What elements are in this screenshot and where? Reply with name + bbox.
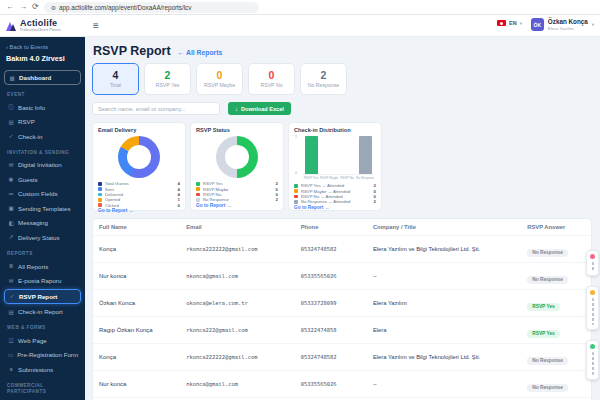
stat-card-rsvp-no[interactable]: 0RSVP No [248, 63, 295, 95]
cell-full-name: Özkan Konca [93, 296, 180, 310]
table-row[interactable]: Nur koncankonca@gmail.com05335565026--No… [93, 262, 591, 289]
sidebar-section-title: Reports [7, 251, 77, 257]
legend-swatch-icon [98, 193, 102, 197]
sidebar-item-all-reports[interactable]: ≣All Reports [4, 260, 81, 273]
stats-row: 4Total2RSVP Yes0RSVP Maybe0RSVP No2No Re… [92, 63, 592, 95]
cell-company: Elera Yazılım ve Bilgi Teknolojileri Ltd… [367, 350, 521, 364]
y-tick: 2 [295, 135, 297, 139]
floating-widget-tab[interactable] [586, 286, 599, 330]
table-row[interactable]: Konçarkonca222222@gmail.com05324748582El… [93, 235, 591, 262]
user-subtitle: Elera Yazılım [548, 26, 588, 31]
reload-icon[interactable]: ⟳ [32, 3, 39, 11]
all-reports-link[interactable]: ← All Reports [178, 49, 223, 56]
back-icon[interactable]: ← [6, 3, 14, 11]
cell-phone: 05333728099 [295, 296, 367, 310]
sidebar-item-rsvp-report[interactable]: ✓RSVP Report [4, 289, 81, 304]
widget-label-text [592, 298, 594, 325]
sidebar-section-title: Invitation & Sending [7, 150, 77, 156]
sidebar-item-custom-fields[interactable]: ≔Custom Fields [4, 187, 81, 200]
floating-widget-tab[interactable] [586, 250, 599, 276]
brand-tagline: Professional Event Planner [20, 29, 61, 32]
stat-card-rsvp-yes[interactable]: 2RSVP Yes [144, 63, 191, 95]
cell-email: okonca@elera.com.tr [180, 296, 295, 310]
chart-report-link[interactable]: Go to Report → [98, 208, 180, 213]
sidebar-item-messaging[interactable]: ◧Messaging [4, 216, 81, 229]
cell-full-name: Nur konca [93, 269, 180, 283]
sidebar-section-title: Web & Forms [7, 325, 77, 331]
user-menu[interactable]: ÖK Özkan Konça Elera Yazılım ▾ [531, 18, 594, 31]
sidebar-item-label: All Reports [18, 263, 48, 270]
table-row[interactable]: Konçarkonca222222@gmail.com05324748582El… [93, 343, 591, 370]
sidebar-item-delivery-status[interactable]: ↗Delivery Status [4, 231, 81, 244]
cell-phone: 05322474858 [295, 323, 367, 337]
table-row[interactable]: Ragıp Özkan Konçarkonca222@gmail.com0532… [93, 316, 591, 343]
legend-swatch-icon [196, 198, 200, 202]
sidebar-item-sending-templates[interactable]: ▣Sending Templates [4, 202, 81, 215]
sidebar-item-label: Check-in Report [18, 308, 63, 315]
sidebar-item-digital-invitation[interactable]: ✉Digital Invitation [4, 158, 81, 171]
sidebar-item-guests[interactable]: ◉Guests [4, 173, 81, 186]
y-tick: 0 [295, 171, 297, 175]
chart-legend: Total Guests4Sent4Delivered4Opened1Click… [98, 181, 180, 208]
sidebar-item-label: RSVP [18, 118, 35, 125]
user-name: Özkan Konça [548, 18, 588, 25]
brand-logo[interactable]: Actiolife Professional Event Planner [0, 15, 85, 37]
legend-swatch-icon [294, 189, 298, 193]
charts-row: Email DeliveryTotal Guests4Sent4Delivere… [92, 122, 592, 211]
sidebar-item-check-in-report[interactable]: ▤Check-in Report [4, 305, 81, 318]
cell-rsvp-answer: RSVP Yes [521, 290, 591, 316]
stat-value: 0 [269, 70, 275, 81]
submissions-icon: ≡ [8, 366, 14, 372]
forward-icon[interactable]: → [19, 3, 27, 11]
widget-label-text [592, 352, 594, 375]
language-code: EN [509, 20, 517, 26]
sidebar-item-label: Digital Invitation [18, 161, 62, 168]
sidebar-item-check-in[interactable]: ✓Check-in [4, 130, 81, 143]
cell-full-name: Konça [93, 242, 180, 256]
cell-company: Elera Yazılım [367, 296, 521, 310]
download-excel-button[interactable]: ↓ Download Excel [228, 102, 291, 115]
back-to-events-link[interactable]: ‹ Back to Events [6, 44, 81, 50]
table-row[interactable]: Özkan Koncaokonca@elera.com.tr0533372809… [93, 289, 591, 316]
sidebar-item-web-page[interactable]: ◫Web Page [4, 334, 81, 347]
stat-label: RSVP Yes [156, 82, 180, 88]
column-header-phone: Phone [295, 219, 367, 235]
cell-rsvp-answer: No Response [521, 371, 591, 397]
stat-card-total[interactable]: 4Total [92, 63, 139, 95]
sidebar-item-submissions[interactable]: ≡Submissions [4, 363, 81, 376]
stat-label: Total [110, 82, 121, 88]
column-header-rsvp-answer: RSVP Answer [521, 219, 591, 235]
cell-rsvp-answer: No Response [521, 263, 591, 289]
table-header-row: Full NameEmailPhoneCompany / TitleRSVP A… [93, 219, 591, 235]
widget-label-text [592, 262, 594, 271]
sidebar-item-pre-registration-form[interactable]: ▭Pre-Registration Form [4, 348, 81, 361]
menu-icon[interactable]: ≡ [93, 20, 99, 31]
x-label: RSVP No [338, 176, 356, 180]
floating-widget-tab[interactable] [586, 340, 599, 380]
stat-label: RSVP No [260, 82, 282, 88]
brand-name: Actiolife [20, 19, 61, 28]
chart-card-rsvp-status: RSVP StatusRSVP Yes2RSVP Maybe0RSVP No0N… [190, 122, 284, 211]
site-settings-icon[interactable]: ⚙ [51, 4, 56, 11]
sidebar-item-basic-info[interactable]: ⓘBasic Info [4, 101, 81, 114]
stat-card-no-response[interactable]: 2No Response [300, 63, 347, 95]
stat-card-rsvp-maybe[interactable]: 0RSVP Maybe [196, 63, 243, 95]
sidebar-item-dashboard[interactable]: ▦ Dashboard [4, 70, 81, 85]
address-bar[interactable]: ⚙ app.actiolife.com/app/event/DoxaAA/rep… [44, 2, 259, 13]
chart-report-link[interactable]: Go to Report → [196, 203, 278, 208]
language-selector[interactable]: EN ▾ [497, 20, 522, 26]
search-input[interactable] [92, 102, 220, 115]
chevron-down-icon: ▾ [592, 22, 594, 27]
sidebar-item-rsvp[interactable]: ▤RSVP [4, 115, 81, 128]
stat-label: No Response [308, 82, 339, 88]
sidebar-item-e-posta-raporu[interactable]: ✉E-posta Raporu [4, 274, 81, 287]
digital-invitation-icon: ✉ [8, 162, 14, 168]
pre-registration-form-icon: ▭ [8, 352, 13, 358]
chart-report-link[interactable]: Go to Report → [294, 205, 376, 210]
x-label: RSVP Maybe [320, 176, 338, 180]
table-row[interactable]: Nur koncankonca@gmail.com05335565026--No… [93, 370, 591, 397]
legend-swatch-icon [196, 187, 200, 191]
stat-value: 2 [321, 70, 327, 81]
check-in-report-icon: ▤ [8, 309, 14, 315]
sidebar-item-label: Check-in [18, 133, 42, 140]
